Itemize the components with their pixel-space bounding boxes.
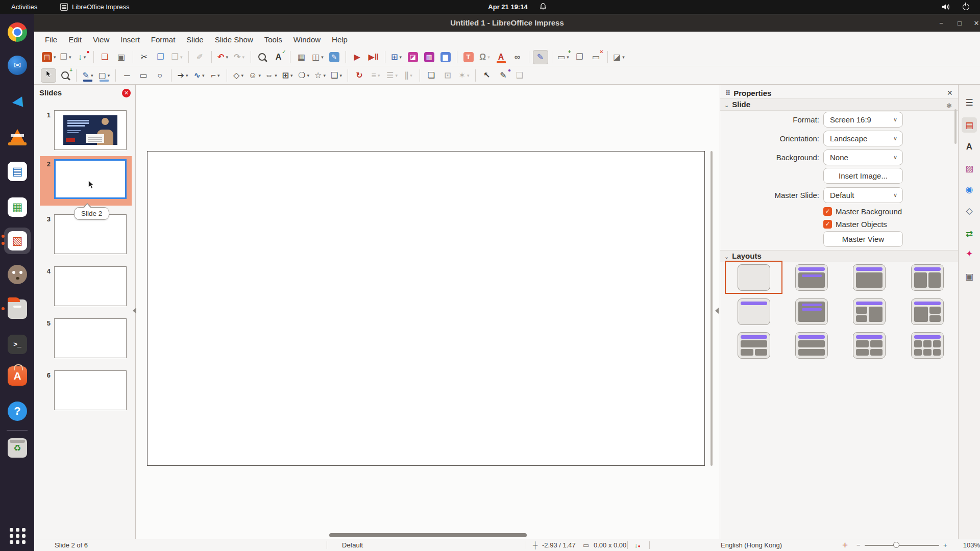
- dock-item-thunderbird[interactable]: ✉: [7, 55, 28, 76]
- zoom-slider-thumb[interactable]: [893, 542, 899, 548]
- layout-title-content[interactable]: [853, 264, 886, 291]
- spelling-icon[interactable]: A✓: [271, 50, 286, 64]
- new-slide-icon[interactable]: ▭+▾: [556, 50, 571, 64]
- zoom-slider-track[interactable]: [865, 545, 939, 546]
- start-from-first-slide-icon[interactable]: ▶: [350, 50, 365, 64]
- insert-text-box-icon[interactable]: T: [461, 50, 476, 64]
- zoom-out-button[interactable]: −: [856, 539, 861, 551]
- dock-item-calc[interactable]: ▦: [7, 197, 28, 217]
- insert-audio-video-icon[interactable]: ▥: [422, 50, 437, 64]
- collapse-chevron-icon[interactable]: ⌄: [724, 102, 729, 108]
- slide-thumbnail-2[interactable]: [54, 159, 127, 199]
- master-background-checkbox[interactable]: ✓ Master Background: [823, 207, 902, 216]
- delete-slide-icon[interactable]: ▭✕: [589, 50, 604, 64]
- slide-canvas[interactable]: [147, 151, 705, 466]
- menu-slide[interactable]: Slide: [181, 32, 209, 48]
- menu-help[interactable]: Help: [326, 32, 353, 48]
- clock[interactable]: Apr 21 19:14: [475, 0, 541, 14]
- close-button[interactable]: ✕: [971, 18, 980, 29]
- connectors-icon[interactable]: ⌐▾: [208, 68, 223, 83]
- vertical-scrollbar[interactable]: [710, 151, 713, 466]
- gear-icon[interactable]: ❃: [946, 101, 952, 112]
- open-file-icon[interactable]: ❒▾: [58, 50, 74, 64]
- layout-title-only[interactable]: [738, 298, 770, 325]
- save-icon[interactable]: ↓●▾: [75, 50, 90, 64]
- menu-file[interactable]: File: [39, 32, 63, 48]
- insert-image-icon[interactable]: ◪: [405, 50, 421, 64]
- slide-thumbnail-6[interactable]: [54, 370, 127, 410]
- layout-centered-text[interactable]: [795, 298, 828, 325]
- insert-image-button[interactable]: Insert Image...: [823, 168, 903, 184]
- sidebar-tab-sidebar-settings[interactable]: ☰: [962, 95, 977, 110]
- collapse-chevron-icon[interactable]: ⌄: [724, 254, 729, 260]
- dock-item-vlc[interactable]: [7, 125, 28, 145]
- insert-fontwork-icon[interactable]: A: [494, 50, 509, 64]
- menu-view[interactable]: View: [87, 32, 115, 48]
- volume-icon[interactable]: [941, 3, 950, 11]
- right-splitter-handle[interactable]: [715, 308, 719, 314]
- orientation-select[interactable]: Landscape∨: [823, 131, 903, 146]
- stars-and-banners-icon[interactable]: ☆▾: [312, 68, 328, 83]
- properties-header[interactable]: ⠿ Properties: [725, 89, 771, 97]
- dock-item-vscode[interactable]: ◄: [7, 91, 28, 111]
- zoom-level[interactable]: 103%: [952, 539, 980, 551]
- fill-color-icon[interactable]: ▢▾: [96, 68, 112, 83]
- layout-title-subtitle[interactable]: [795, 264, 828, 291]
- sidebar-tab-styles[interactable]: A: [962, 139, 977, 155]
- undo-icon[interactable]: ↶▾: [215, 50, 231, 64]
- flowchart-shapes-icon[interactable]: ⊞▾: [280, 68, 295, 83]
- dock-item-chrome[interactable]: [7, 22, 28, 42]
- master-view-button[interactable]: Master View: [823, 231, 903, 247]
- menu-insert[interactable]: Insert: [115, 32, 145, 48]
- slide-thumbnail-5[interactable]: [54, 318, 127, 358]
- block-arrows-icon[interactable]: ⇔▾: [263, 68, 279, 83]
- layout-title-content-and-two-content[interactable]: [911, 298, 944, 325]
- sidebar-tab-shapes[interactable]: ◇: [962, 203, 977, 218]
- line-color-icon[interactable]: ✎▾: [80, 68, 95, 83]
- basic-shapes-icon[interactable]: ◇▾: [231, 68, 246, 83]
- sidebar-tab-animation[interactable]: ✦: [962, 246, 977, 261]
- title-bar[interactable]: Untitled 1 - LibreOffice Impress − □ ✕: [34, 14, 980, 32]
- insert-table-icon[interactable]: ⊞▾: [389, 50, 404, 64]
- insert-chart-icon[interactable]: ▆: [438, 50, 453, 64]
- panel-scrollbar[interactable]: [954, 109, 957, 144]
- zoom-in-button[interactable]: +: [943, 539, 947, 551]
- slide-section-header[interactable]: ⌄Slide ❃: [720, 98, 958, 111]
- lines-and-arrows-icon[interactable]: ➔▾: [175, 68, 190, 83]
- dock-item-software[interactable]: A: [7, 366, 28, 386]
- dock-item-writer[interactable]: ▤: [7, 161, 28, 182]
- edit-points-icon[interactable]: ↖: [479, 68, 495, 83]
- cut-icon[interactable]: ✂: [137, 50, 152, 64]
- 3d-objects-icon[interactable]: ❑▾: [329, 68, 344, 83]
- gluepoint-functions-icon[interactable]: ✎●: [496, 68, 511, 83]
- layout-blank[interactable]: [738, 264, 770, 291]
- shadow-icon[interactable]: ❏: [424, 68, 439, 83]
- dock-item-terminal[interactable]: >_: [7, 334, 28, 355]
- insert-hyperlink-icon[interactable]: ∞: [510, 50, 525, 64]
- layout-title-content-over-content[interactable]: [738, 332, 770, 359]
- copy-icon[interactable]: ❐: [153, 50, 168, 64]
- layout-title-two-content[interactable]: [911, 264, 944, 291]
- dock-item-help[interactable]: ?: [7, 401, 28, 421]
- menu-edit[interactable]: Edit: [63, 32, 87, 48]
- sidebar-tab-navigator[interactable]: ◉: [962, 182, 977, 197]
- menu-window[interactable]: Window: [288, 32, 326, 48]
- show-draw-functions-icon[interactable]: ✎: [533, 50, 548, 64]
- left-splitter-handle[interactable]: [133, 308, 136, 314]
- focused-app-menu[interactable]: LibreOffice Impress: [60, 0, 129, 14]
- sidebar-tab-slide-transition[interactable]: ⇄: [962, 226, 977, 241]
- master-slide-icon[interactable]: ✎: [327, 50, 342, 64]
- horizontal-scrollbar[interactable]: [329, 533, 527, 537]
- checkbox-checked-icon[interactable]: ✓: [823, 220, 832, 229]
- sidebar-tab-gallery[interactable]: ▨: [962, 161, 977, 176]
- new-presentation-icon[interactable]: ▤▾: [41, 50, 57, 64]
- slides-panel-close-icon[interactable]: ✕: [122, 89, 131, 97]
- start-from-current-slide-icon[interactable]: ▶‖: [366, 50, 381, 64]
- find-and-replace-icon[interactable]: [255, 50, 270, 64]
- insert-line-icon[interactable]: ─: [119, 68, 135, 83]
- sidebar-tab-properties[interactable]: ▤: [962, 117, 977, 133]
- dock-item-impress[interactable]: ▧: [7, 231, 28, 251]
- layout-title-four-content[interactable]: [853, 332, 886, 359]
- menu-tools[interactable]: Tools: [259, 32, 288, 48]
- slide-layout-icon[interactable]: ◪▾: [611, 50, 627, 64]
